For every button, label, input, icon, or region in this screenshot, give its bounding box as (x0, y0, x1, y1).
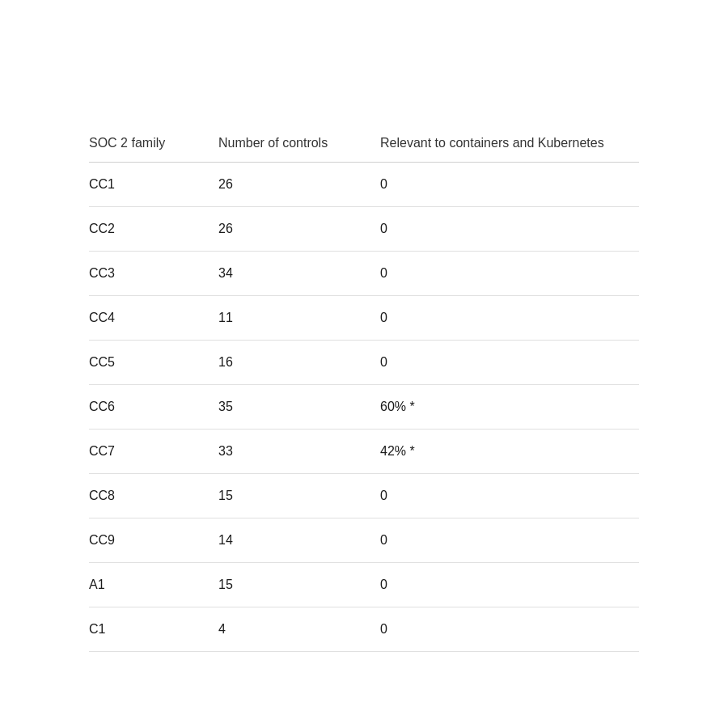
cell-relevant: 0 (380, 341, 639, 385)
table-row: A1150 (89, 563, 639, 607)
cell-controls: 14 (218, 518, 380, 563)
table-row: CC3340 (89, 252, 639, 296)
cell-controls: 11 (218, 296, 380, 341)
col-header-family: SOC 2 family (89, 129, 218, 163)
cell-family: CC6 (89, 385, 218, 430)
cell-controls: 34 (218, 252, 380, 296)
table-row: CC63560% * (89, 385, 639, 430)
cell-controls: 15 (218, 563, 380, 607)
table-body: CC1260CC2260CC3340CC4110CC5160CC63560% *… (89, 163, 639, 652)
cell-family: CC8 (89, 474, 218, 518)
header-row: SOC 2 family Number of controls Relevant… (89, 129, 639, 163)
cell-relevant: 0 (380, 607, 639, 652)
cell-relevant: 0 (380, 518, 639, 563)
cell-controls: 4 (218, 607, 380, 652)
cell-controls: 15 (218, 474, 380, 518)
cell-relevant: 0 (380, 563, 639, 607)
table-row: CC73342% * (89, 430, 639, 474)
cell-relevant: 0 (380, 474, 639, 518)
cell-controls: 26 (218, 207, 380, 252)
cell-family: CC5 (89, 341, 218, 385)
cell-relevant: 0 (380, 207, 639, 252)
cell-family: CC9 (89, 518, 218, 563)
cell-relevant: 0 (380, 296, 639, 341)
cell-controls: 35 (218, 385, 380, 430)
table-row: CC8150 (89, 474, 639, 518)
cell-relevant: 0 (380, 163, 639, 207)
table-row: CC2260 (89, 207, 639, 252)
cell-controls: 16 (218, 341, 380, 385)
cell-family: CC4 (89, 296, 218, 341)
col-header-relevant: Relevant to containers and Kubernetes (380, 129, 639, 163)
cell-family: C1 (89, 607, 218, 652)
soc2-table-container: SOC 2 family Number of controls Relevant… (89, 129, 639, 652)
table-row: CC5160 (89, 341, 639, 385)
table-header: SOC 2 family Number of controls Relevant… (89, 129, 639, 163)
cell-relevant: 0 (380, 252, 639, 296)
cell-family: CC2 (89, 207, 218, 252)
cell-family: CC3 (89, 252, 218, 296)
cell-family: A1 (89, 563, 218, 607)
cell-controls: 26 (218, 163, 380, 207)
soc2-table: SOC 2 family Number of controls Relevant… (89, 129, 639, 652)
cell-family: CC7 (89, 430, 218, 474)
cell-controls: 33 (218, 430, 380, 474)
col-header-controls: Number of controls (218, 129, 380, 163)
table-row: CC1260 (89, 163, 639, 207)
table-row: CC4110 (89, 296, 639, 341)
table-row: CC9140 (89, 518, 639, 563)
cell-relevant: 42% * (380, 430, 639, 474)
cell-relevant: 60% * (380, 385, 639, 430)
cell-family: CC1 (89, 163, 218, 207)
table-row: C140 (89, 607, 639, 652)
